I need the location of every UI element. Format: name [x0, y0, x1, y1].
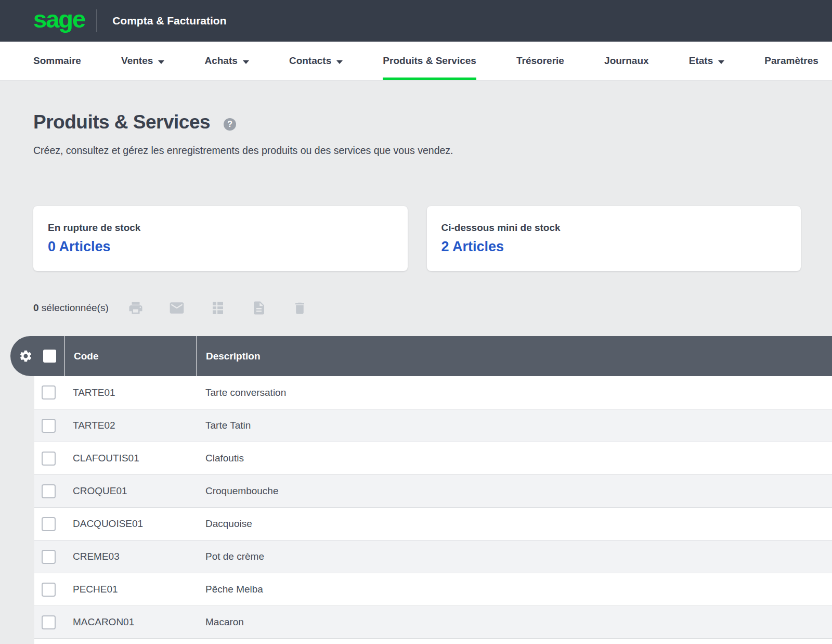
cell-code: CLAFOUTIS01: [73, 453, 205, 464]
table-row[interactable]: PECHE01Pêche Melba: [34, 573, 832, 606]
help-icon[interactable]: ?: [224, 118, 236, 131]
chevron-down-icon: [718, 60, 724, 64]
trash-icon[interactable]: [292, 300, 308, 316]
row-checkbox-cell: [34, 517, 73, 531]
selection-toolbar: 0 sélectionnée(s): [33, 298, 832, 318]
nav-item-label: Paramètres: [764, 55, 818, 67]
nav-item-label: Ventes: [121, 55, 153, 67]
cell-code: TARTE02: [73, 420, 205, 431]
selection-label: sélectionnée(s): [42, 302, 109, 313]
table-body: TARTE01Tarte conversationTARTE02Tarte Ta…: [34, 376, 832, 644]
table-row[interactable]: TARTE01Tarte conversation: [34, 376, 832, 409]
below-min-stock-card: Ci-dessous mini de stock2 Articles: [427, 206, 801, 271]
nav-item-label: Achats: [204, 55, 237, 67]
mail-icon[interactable]: [168, 300, 185, 316]
row-checkbox-cell: [34, 615, 73, 629]
cell-description: Macaron: [205, 616, 832, 628]
row-checkbox-cell: [34, 419, 73, 433]
main-nav: SommaireVentesAchatsContactsProduits & S…: [0, 42, 832, 81]
row-checkbox-cell: [34, 550, 73, 564]
row-checkbox-cell: [34, 484, 73, 498]
nav-item-param-tres[interactable]: Paramètres: [764, 42, 818, 80]
selection-count-label: 0 sélectionnée(s): [33, 302, 109, 314]
row-checkbox-cell: [34, 583, 73, 597]
sage-logo[interactable]: sage: [33, 7, 85, 35]
table-row[interactable]: CROQUE01Croquembouche: [34, 474, 832, 507]
table-row[interactable]: TARTE02Tarte Tatin: [34, 409, 832, 442]
nav-item-etats[interactable]: Etats: [689, 42, 724, 80]
card-value-link[interactable]: 0 Articles: [48, 239, 111, 255]
cell-code: CREME03: [73, 551, 205, 562]
cell-code: CROQUE01: [73, 485, 205, 497]
gear-icon[interactable]: [19, 349, 33, 363]
selection-count: 0: [33, 302, 39, 313]
chevron-down-icon: [336, 60, 343, 64]
cell-description: Croquembouche: [205, 485, 832, 497]
card-label: Ci-dessous mini de stock: [441, 222, 801, 234]
table-row[interactable]: DACQUOISE01Dacquoise: [34, 507, 832, 540]
cell-description: Pêche Melba: [205, 584, 832, 595]
table-row-partial: [34, 638, 832, 644]
card-label: En rupture de stock: [48, 222, 408, 234]
page-content: Produits & Services ? Créez, consultez e…: [0, 81, 832, 644]
row-checkbox[interactable]: [42, 583, 56, 597]
cell-description: Tarte conversation: [205, 387, 832, 398]
table-icon[interactable]: [210, 300, 226, 316]
nav-item-tr-sorerie[interactable]: Trésorerie: [516, 42, 564, 80]
app-title: Compta & Facturation: [112, 15, 226, 27]
nav-item-label: Etats: [689, 55, 713, 67]
nav-item-achats[interactable]: Achats: [204, 42, 249, 80]
table-row[interactable]: MACARON01Macaron: [34, 606, 832, 638]
cell-description: Clafoutis: [205, 453, 832, 464]
nav-item-label: Trésorerie: [516, 55, 564, 67]
card-value-link[interactable]: 2 Articles: [441, 239, 504, 255]
chevron-down-icon: [158, 60, 164, 64]
cell-description: Pot de crème: [205, 551, 832, 562]
table-row[interactable]: CLAFOUTIS01Clafoutis: [34, 442, 832, 474]
nav-item-label: Contacts: [289, 55, 331, 67]
app-screen: sage Compta & Facturation SommaireVentes…: [0, 0, 832, 644]
row-checkbox[interactable]: [42, 385, 56, 400]
document-icon[interactable]: [251, 300, 267, 316]
out-of-stock-card: En rupture de stock0 Articles: [33, 206, 408, 271]
cell-description: Dacquoise: [205, 518, 832, 530]
cell-code: TARTE01: [73, 387, 205, 398]
row-checkbox[interactable]: [42, 452, 56, 466]
select-all-checkbox[interactable]: [43, 350, 56, 363]
topbar-divider: [96, 9, 97, 32]
cell-description: Tarte Tatin: [205, 420, 832, 431]
row-checkbox[interactable]: [42, 615, 56, 629]
row-checkbox[interactable]: [42, 517, 56, 531]
stock-cards: En rupture de stock0 ArticlesCi-dessous …: [33, 206, 801, 271]
row-checkbox-cell: [34, 385, 73, 400]
table-header: Code Description: [10, 336, 832, 376]
nav-item-label: Sommaire: [33, 55, 81, 67]
nav-item-journaux[interactable]: Journaux: [604, 42, 649, 80]
page-subtitle: Créez, consultez et gérez les enregistre…: [33, 144, 832, 158]
nav-item-label: Produits & Services: [383, 55, 476, 67]
row-checkbox[interactable]: [42, 419, 56, 433]
row-checkbox[interactable]: [42, 550, 56, 564]
column-header-code[interactable]: Code: [64, 336, 196, 376]
row-checkbox[interactable]: [42, 484, 56, 498]
table-header-controls: [10, 336, 64, 376]
nav-item-sommaire[interactable]: Sommaire: [33, 42, 81, 80]
column-header-description[interactable]: Description: [196, 336, 832, 376]
nav-item-produits-services[interactable]: Produits & Services: [383, 42, 476, 80]
page-title-row: Produits & Services ?: [33, 111, 832, 133]
nav-item-ventes[interactable]: Ventes: [121, 42, 164, 80]
chevron-down-icon: [243, 60, 249, 64]
table-row[interactable]: CREME03Pot de crème: [34, 540, 832, 573]
cell-code: DACQUOISE01: [73, 518, 205, 530]
cell-code: MACARON01: [73, 616, 205, 628]
topbar: sage Compta & Facturation: [0, 0, 832, 42]
nav-item-label: Journaux: [604, 55, 649, 67]
print-icon[interactable]: [127, 300, 144, 316]
products-table: Code Description TARTE01Tarte conversati…: [0, 336, 832, 644]
nav-item-contacts[interactable]: Contacts: [289, 42, 343, 80]
row-checkbox-cell: [34, 452, 73, 466]
toolbar-icons: [127, 300, 308, 316]
page-title: Produits & Services: [33, 111, 210, 133]
cell-code: PECHE01: [73, 584, 205, 595]
